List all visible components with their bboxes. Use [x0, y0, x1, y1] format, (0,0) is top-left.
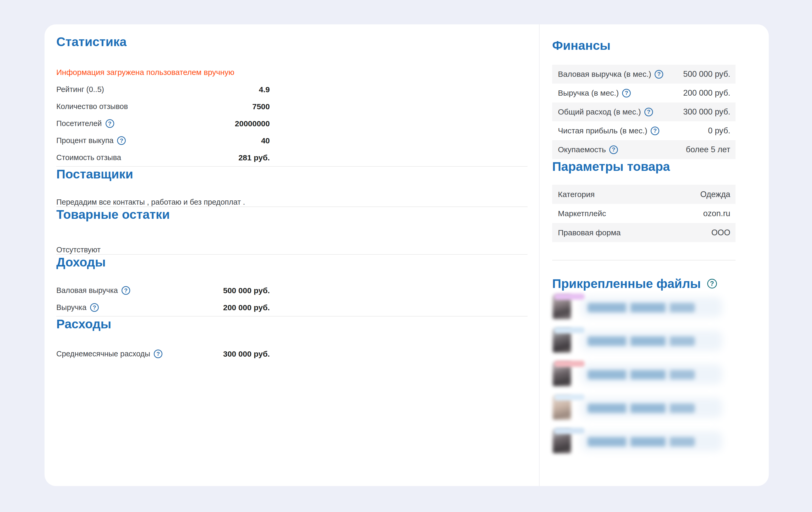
finance-label: Общий расход (в мес.) ?	[558, 108, 653, 116]
help-icon[interactable]: ?	[90, 303, 99, 312]
section-title-finance: Финансы	[552, 38, 735, 53]
attached-file-item[interactable]	[552, 428, 735, 455]
stock-text: Отсутствуют	[56, 245, 527, 254]
income-value: 500 000 руб.	[223, 286, 270, 295]
help-icon[interactable]: ?	[106, 119, 114, 128]
stat-label-text: Количество отзывов	[56, 102, 128, 111]
file-link[interactable]	[587, 437, 695, 447]
attached-file-item[interactable]	[552, 361, 735, 388]
sidebar-column: Финансы Валовая выручка (в мес.) ? 500 0…	[540, 24, 769, 486]
file-link[interactable]	[587, 303, 695, 312]
attached-file-item[interactable]	[552, 293, 735, 321]
section-title-attached-files: Прикрепленные файлы	[552, 276, 701, 291]
stat-label-text: Рейтинг (0..5)	[56, 85, 104, 94]
finance-label: Окупаемость ?	[558, 145, 618, 154]
finance-row-payback: Окупаемость ? более 5 лет	[552, 140, 735, 159]
finance-label-text: Окупаемость	[558, 145, 606, 154]
stat-label-text: Стоимость отзыва	[56, 153, 121, 162]
finance-value: 300 000 руб.	[683, 107, 730, 117]
finance-row-gross-revenue: Валовая выручка (в мес.) ? 500 000 руб.	[552, 65, 735, 84]
section-divider	[552, 260, 735, 260]
finance-value: 500 000 руб.	[683, 69, 730, 79]
attached-files-header: Прикрепленные файлы ?	[552, 276, 735, 291]
param-row-legal-form: Правовая форма ООО	[552, 223, 735, 242]
section-title-expenses: Расходы	[56, 316, 527, 332]
param-label: Категория	[558, 190, 594, 199]
help-icon[interactable]: ?	[117, 136, 126, 145]
file-tag	[554, 327, 585, 333]
param-label-text: Правовая форма	[558, 228, 620, 237]
stat-value: 20000000	[235, 119, 270, 128]
help-icon[interactable]: ?	[651, 126, 659, 135]
finance-label: Чистая прибыль (в мес.) ?	[558, 126, 659, 135]
param-label: Правовая форма	[558, 228, 620, 237]
file-link[interactable]	[587, 336, 695, 346]
stat-row-buyout-percent: Процент выкупа ? 40	[56, 132, 270, 149]
param-value: ozon.ru	[703, 209, 730, 218]
param-row-category: Категория Одежда	[552, 185, 735, 204]
attached-file-item[interactable]	[552, 394, 735, 421]
finance-label-text: Выручка (в мес.)	[558, 89, 619, 97]
finance-label-text: Валовая выручка (в мес.)	[558, 70, 651, 79]
help-icon[interactable]: ?	[154, 349, 163, 358]
section-title-suppliers: Поставщики	[56, 167, 527, 182]
finance-label-text: Общий расход (в мес.)	[558, 108, 641, 116]
suppliers-text: Передадим все контакты , работаю и без п…	[56, 198, 527, 206]
stat-label: Рейтинг (0..5)	[56, 85, 104, 94]
finance-row-total-expense: Общий расход (в мес.) ? 300 000 руб.	[552, 103, 735, 121]
stat-row-visitors: Посетителей ? 20000000	[56, 115, 270, 132]
stat-value: 281 руб.	[238, 153, 270, 162]
finance-table: Валовая выручка (в мес.) ? 500 000 руб. …	[552, 65, 735, 159]
param-value: Одежда	[700, 190, 730, 199]
expense-row-monthly: Среднемесячные расходы ? 300 000 руб.	[56, 345, 270, 362]
stat-row-rating: Рейтинг (0..5) 4.9	[56, 81, 270, 98]
section-title-stock: Товарные остатки	[56, 207, 527, 222]
income-value: 200 000 руб.	[223, 303, 270, 312]
help-icon[interactable]: ?	[707, 279, 717, 288]
stat-label-text: Процент выкупа	[56, 136, 113, 145]
expense-label-text: Среднемесячные расходы	[56, 349, 150, 358]
param-label-text: Категория	[558, 190, 594, 199]
expense-label: Среднемесячные расходы ?	[56, 349, 163, 358]
help-icon[interactable]: ?	[622, 89, 631, 97]
stat-label: Количество отзывов	[56, 102, 128, 111]
stat-value: 7500	[252, 102, 270, 111]
manual-upload-note: Информация загружена пользователем вручн…	[56, 68, 527, 77]
section-title-product-params: Параметры товара	[552, 159, 735, 174]
param-row-marketplace: Маркетплейс ozon.ru	[552, 204, 735, 223]
finance-value: 0 руб.	[708, 126, 730, 136]
stat-value: 40	[261, 136, 270, 145]
income-row-revenue: Выручка ? 200 000 руб.	[56, 299, 270, 316]
listing-card: Статистика Информация загружена пользова…	[45, 24, 769, 486]
section-title-statistics: Статистика	[56, 34, 527, 50]
help-icon[interactable]: ?	[644, 108, 653, 116]
stat-label: Процент выкупа ?	[56, 136, 126, 145]
product-params-table: Категория Одежда Маркетплейс ozon.ru Пра…	[552, 185, 735, 242]
main-column: Статистика Информация загружена пользова…	[45, 24, 540, 486]
help-icon[interactable]: ?	[121, 286, 130, 295]
income-row-gross: Валовая выручка ? 500 000 руб.	[56, 282, 270, 299]
file-link[interactable]	[587, 370, 695, 379]
file-tag	[554, 394, 585, 400]
section-title-income: Доходы	[56, 255, 527, 270]
param-value: ООО	[712, 228, 730, 237]
expenses-list: Среднемесячные расходы ? 300 000 руб.	[56, 345, 270, 362]
finance-label: Выручка (в мес.) ?	[558, 89, 631, 97]
help-icon[interactable]: ?	[655, 70, 663, 79]
attached-files-list	[552, 293, 735, 455]
file-tag	[554, 428, 585, 434]
expense-value: 300 000 руб.	[223, 349, 270, 359]
finance-value: более 5 лет	[686, 145, 730, 154]
stat-label: Стоимость отзыва	[56, 153, 121, 162]
finance-row-revenue: Выручка (в мес.) ? 200 000 руб.	[552, 84, 735, 103]
param-label: Маркетплейс	[558, 209, 606, 218]
finance-row-net-profit: Чистая прибыль (в мес.) ? 0 руб.	[552, 121, 735, 140]
file-link[interactable]	[587, 403, 695, 413]
stat-label: Посетителей ?	[56, 119, 114, 128]
attached-file-item[interactable]	[552, 327, 735, 354]
stat-label-text: Посетителей	[56, 119, 102, 128]
help-icon[interactable]: ?	[609, 145, 618, 154]
income-label: Выручка ?	[56, 303, 99, 312]
stat-row-reviews-count: Количество отзывов 7500	[56, 98, 270, 115]
income-list: Валовая выручка ? 500 000 руб. Выручка ?…	[56, 282, 270, 316]
